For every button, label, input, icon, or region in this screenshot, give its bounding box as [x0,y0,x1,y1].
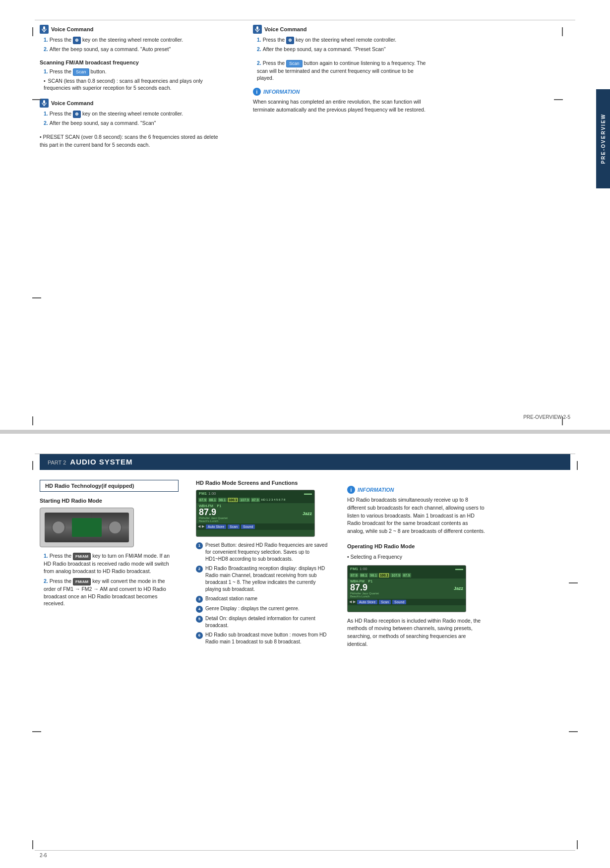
s2-freq-107-9: 107.9 [390,573,401,578]
fm-am-btn-1: FM/AM [73,553,91,560]
voice-command-3-title: Voice Command [264,26,306,32]
feature-6: 6 HD Radio sub broadcast move button : m… [196,632,330,645]
b-corner-bl-v [32,840,33,849]
screen2-station-label: FM1 [350,567,358,571]
screen-station-info: WBH-FM P1 87.9 Pitthofer Jazz Quartet Be… [199,504,228,522]
feature-num-2: 2 [196,566,203,573]
bottom-bottom-divider [35,850,575,851]
screen-main-row: WBH-FM P1 87.9 Pitthofer Jazz Quartet Be… [196,503,314,523]
voice-cmd-3-step-2: After the beep sound, say a command. "Pr… [257,46,427,53]
voice-command-1: Voice Command Press the ⊕ key on the ste… [40,25,223,53]
s2-freq-87-9-2: 87.9 [402,573,411,578]
freq-100-1-selected: 100.1 [228,498,239,502]
key-icon-3: ⊕ [286,37,294,44]
info-header-2: i INFORMATION [347,486,486,494]
mic-icon-1 [42,26,47,32]
screen-sound-btn: Sound [241,524,255,529]
screen2-sub-info: Pitthofer Jazz Quartet [350,592,379,595]
radio-knob-1 [52,521,65,534]
svg-rect-3 [43,100,45,104]
scan-bullet-1: SCAN (less than 0.8 second) : scans all … [44,77,223,92]
b-corner-mr2 [569,731,578,732]
screen-signal: ▬▬ [304,491,312,496]
voice-cmd-1-step-1: Press the ⊕ key on the steering wheel re… [44,36,223,44]
freq-107-9: 107.9 [239,498,250,502]
feature-3: 3 Broadcast station name [196,595,330,603]
scanning-list: Press the Scan button. [40,68,223,76]
feature-text-6: HD Radio sub broadcast move button : mov… [205,632,330,645]
b-corner-tl-v [32,461,33,470]
corner-mark-tl-v [32,27,33,36]
bottom-top-divider [35,454,575,454]
scan-continue-list: Press the Scan button again to continue … [253,59,427,82]
screen2-main-freq: 87.9 [350,583,379,592]
radio-knob-2 [108,521,122,534]
scan-continue-section: Press the Scan button again to continue … [253,59,427,82]
voice-command-2-title: Voice Command [51,100,93,106]
hd-features-list: 1 Preset Button: desired HD Radio freque… [196,542,330,645]
screen2-auto-store: Auto Store [357,600,377,604]
preset-scan-text: • PRESET SCAN (over 0.8 second): scans t… [40,133,223,149]
s2-freq-100-1: 100.1 [379,573,390,578]
s2-freq-88-1: 88.1 [360,573,368,578]
top-divider [35,20,575,20]
screen-prev-btn: ◀ [198,524,200,529]
freq-hd-indicator: HD 1 2 3 4 5 6 7 8 [261,498,286,502]
feature-num-4: 4 [196,606,203,613]
selecting-freq-label: • Selecting a Frequency [347,553,486,561]
scanning-bullets: SCAN (less than 0.8 second) : scans all … [40,77,223,92]
feature-num-5: 5 [196,616,203,623]
feature-4: 4 Genre Display : displays the current g… [196,605,330,613]
corner-mark-ml2 [32,297,41,298]
scan-step-1: Press the Scan button. [44,68,223,76]
s2-freq-87-9: 87.9 [350,573,359,578]
info-title-1: INFORMATION [263,89,300,95]
screen2-signal: ▬▬ [455,567,463,571]
key-icon-1: ⊕ [73,37,81,44]
screen-logo-area: FM1 1:00 [199,491,216,496]
screen2-title-info: Beach's Lunch [350,595,379,598]
feature-5: 5 Detail On: displays detailed informati… [196,615,330,629]
feature-text-2: HD Radio Broadcasting reception display:… [205,565,330,593]
screen2-logo-area: FM1 1:00 [350,567,367,571]
top-information-box: i INFORMATION When scanning has complete… [253,88,427,114]
hd-radio-box: HD Radio Technology(if equipped) [40,480,179,492]
voice-cmd-3-step-1: Press the ⊕ key on the steering wheel re… [257,36,427,44]
screen2-buttons-row: ◀ ▶ Auto Store Scan Sound [348,599,466,605]
screen-buttons-row: ◀ ▶ Auto Store Scan Sound [196,523,314,530]
freq-87-9-2: 87.9 [251,498,260,502]
screen-scan-btn: Scan [228,524,240,529]
bottom-left-column: HD Radio Technology(if equipped) Startin… [40,480,188,648]
preset-scan-note: • PRESET SCAN (over 0.8 second): scans t… [40,133,223,149]
bottom-page: PART 2 AUDIO SYSTEM HD Radio Technology(… [0,434,610,868]
fm-am-btn-2: FM/AM [73,578,91,585]
corner-mark-mr [554,99,563,100]
bottom-content: PART 2 AUDIO SYSTEM HD Radio Technology(… [0,434,610,668]
hd-step-2: Press the FM/AM key will convert the mod… [44,578,179,607]
bottom-page-number: 2-6 [40,853,47,858]
b-corner-tr-v [577,461,578,470]
hd-mode-screens-title: HD Radio Mode Screens and Functions [196,480,330,486]
screen-genre: Jazz [303,511,312,516]
screen-main-freq: 87.9 [199,508,228,517]
hd-screen-mockup: FM1 1:00 ▬▬ 87.9 88.1 98.1 100.1 107.9 [196,490,315,537]
voice-icon-3 [253,25,262,34]
voice-command-1-list: Press the ⊕ key on the steering wheel re… [40,36,223,53]
s2-freq-98-1: 98.1 [369,573,378,578]
svg-rect-6 [256,26,258,30]
bottom-layout: HD Radio Technology(if equipped) Startin… [40,480,570,648]
hd-start-steps: Press the FM/AM key to turn on FM/AM mod… [40,552,179,607]
top-page: PRE-OVERVIEW [0,0,610,434]
mic-icon-2 [42,100,47,106]
corner-mark-tr-v [562,27,563,36]
screen-next-btn: ▶ [202,524,204,529]
operating-mode-title: Operating HD Radio Mode [347,543,486,549]
voice-command-2: Voice Command Press the ⊕ key on the ste… [40,99,223,126]
screen-auto-store-btn: Auto Store [206,524,226,529]
screen2-freq-bar: 87.9 88.1 98.1 100.1 107.9 87.9 [348,572,466,579]
info-icon-1: i [253,88,261,96]
screen-time: 1:00 [208,491,216,496]
starting-mode-title: Starting HD Radio Mode [40,498,179,504]
voice-command-2-header: Voice Command [40,99,223,108]
top-left-column: Voice Command Press the ⊕ key on the ste… [40,25,233,149]
